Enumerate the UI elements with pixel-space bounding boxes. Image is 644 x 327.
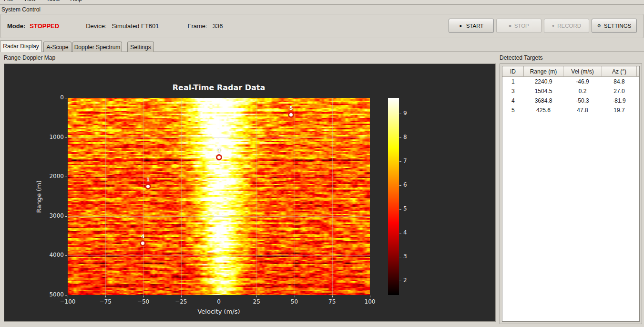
x-tick-mark <box>68 295 68 297</box>
app-window: FileViewToolsHelp System Control Mode: S… <box>0 0 644 327</box>
colorbar-tick-mark <box>399 161 401 162</box>
menu-view[interactable]: View <box>23 0 36 2</box>
system-control-title: System Control <box>1 6 41 13</box>
target-cell <box>637 86 640 96</box>
stop-button-label: STOP <box>514 23 529 29</box>
x-tick-label: 25 <box>242 298 271 305</box>
target-cell: 47.8 <box>563 105 602 115</box>
target-row[interactable]: 43684.8-50.3-81.9 <box>502 96 640 105</box>
record-button: ●RECORD <box>544 19 589 33</box>
y-tick-label: 0 <box>35 94 64 101</box>
y-tick-mark <box>65 98 67 98</box>
target-row[interactable]: 12240.9-46.984.8 <box>502 77 640 87</box>
target-marker <box>288 112 294 118</box>
target-marker <box>216 154 222 160</box>
target-row[interactable]: 5425.647.819.7 <box>502 105 640 115</box>
range-doppler-map-label: Range-Doppler Map <box>4 54 55 61</box>
record-icon: ● <box>552 23 554 28</box>
colorbar-tick-label: 9 <box>403 110 407 116</box>
x-tick-label: 50 <box>280 298 309 305</box>
targets-table-container: IDRange (m)Vel (m/s)Az (°)12240.9-46.984… <box>502 66 640 322</box>
play-icon: ► <box>459 23 463 28</box>
detected-targets-label: Detected Targets <box>500 54 543 61</box>
y-tick-mark <box>65 295 67 295</box>
target-cell <box>637 96 640 105</box>
x-tick-label: 0 <box>204 298 233 305</box>
target-marker-label: 5 <box>289 105 293 111</box>
tab-radar-display[interactable]: Radar Display <box>0 40 42 52</box>
chart-title: Real-Time Radar Data <box>68 83 370 92</box>
target-marker-label: 3 <box>217 148 221 154</box>
target-cell: 19.7 <box>602 105 637 115</box>
menu-file[interactable]: File <box>4 0 13 2</box>
x-tick-mark <box>332 295 333 297</box>
colorbar-tick-label: 2 <box>403 277 407 284</box>
target-cell: 84.8 <box>602 77 637 87</box>
target-cell: 0.2 <box>563 86 602 96</box>
range-doppler-plot: Real-Time Radar Data−100−75−50−250255075… <box>4 63 496 322</box>
detected-targets-panel: IDRange (m)Vel (m/s)Az (°)12240.9-46.984… <box>500 63 642 324</box>
target-row[interactable]: 31504.50.227.0 <box>502 86 640 96</box>
y-tick-label: 4000 <box>35 252 64 258</box>
col-header-range-m: Range (m) <box>524 66 563 77</box>
menu-tools[interactable]: Tools <box>46 0 60 2</box>
tab-a-scope[interactable]: A-Scope <box>43 42 72 52</box>
x-tick-label: 75 <box>318 298 347 305</box>
colorbar-tick-mark <box>399 114 401 114</box>
frame-label: Frame: <box>188 22 207 30</box>
status-row: Mode: STOPPED Device: Simulated FT601 Fr… <box>7 14 223 38</box>
x-tick-mark <box>105 295 106 297</box>
device-label: Device: <box>86 22 106 30</box>
target-cell: 425.6 <box>524 105 563 115</box>
control-buttons: ►START■STOP●RECORD⚙SETTINGS <box>449 19 637 33</box>
x-tick-mark <box>256 295 257 297</box>
x-axis-label: Velocity (m/s) <box>68 308 370 315</box>
targets-table: IDRange (m)Vel (m/s)Az (°)12240.9-46.984… <box>502 66 640 115</box>
target-cell: 27.0 <box>602 86 637 96</box>
record-button-label: RECORD <box>557 23 581 29</box>
mode-value: STOPPED <box>30 22 59 30</box>
targets-header-row: IDRange (m)Vel (m/s)Az (°) <box>502 66 640 77</box>
target-cell: 1504.5 <box>524 86 563 96</box>
target-marker <box>140 240 146 246</box>
target-cell: -50.3 <box>563 96 602 105</box>
colorbar-tick-label: 3 <box>403 253 407 260</box>
colorbar-tick-mark <box>399 233 401 233</box>
menu-help[interactable]: Help <box>70 0 82 2</box>
x-tick-mark <box>295 295 295 297</box>
colorbar-tick-label: 5 <box>403 205 407 212</box>
target-marker-label: 4 <box>141 233 145 240</box>
stop-icon: ■ <box>509 23 511 28</box>
start-button[interactable]: ►START <box>449 19 494 33</box>
y-axis-label: Range (m) <box>35 180 42 212</box>
target-cell: -46.9 <box>563 77 602 87</box>
x-tick-label: −100 <box>53 298 82 305</box>
tab-doppler-spectrum[interactable]: Doppler Spectrum <box>72 42 122 52</box>
col-header-filler <box>637 66 640 77</box>
colorbar-tick-mark <box>399 281 401 281</box>
col-header-id: ID <box>502 66 524 77</box>
target-cell <box>637 105 640 115</box>
target-cell: 4 <box>502 96 524 105</box>
target-cell: 2240.9 <box>524 77 563 87</box>
target-cell: 5 <box>502 105 524 115</box>
x-tick-label: −25 <box>167 298 195 305</box>
colorbar-tick-mark <box>399 257 401 257</box>
colorbar-tick-label: 8 <box>403 134 407 140</box>
tab-settings[interactable]: Settings <box>127 42 154 52</box>
start-button-label: START <box>466 23 484 29</box>
colorbar-tick-mark <box>399 137 401 138</box>
y-tick-mark <box>65 216 67 217</box>
mode-label: Mode: <box>7 22 25 30</box>
x-tick-mark <box>181 295 182 297</box>
stop-button: ■STOP <box>496 19 542 33</box>
target-cell: 3 <box>502 86 524 96</box>
colorbar-tick-mark <box>399 209 401 210</box>
col-header-vel-m-s: Vel (m/s) <box>563 66 602 77</box>
x-tick-mark <box>370 295 370 297</box>
menu-bar-items: FileViewToolsHelp <box>4 0 82 2</box>
settings-button[interactable]: ⚙SETTINGS <box>592 19 637 33</box>
y-tick-mark <box>65 177 67 177</box>
y-tick-mark <box>65 137 67 138</box>
gear-icon: ⚙ <box>597 23 601 28</box>
